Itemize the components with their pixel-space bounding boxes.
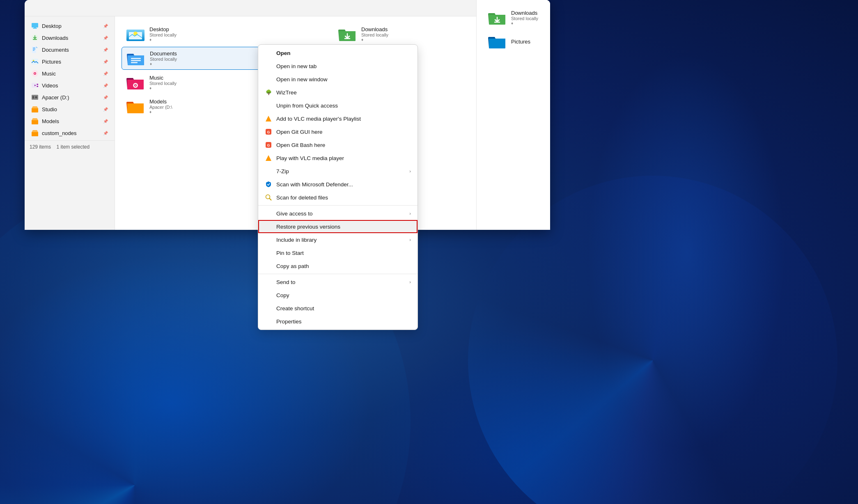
sidebar-pin-custom-nodes: 📌 — [103, 131, 108, 135]
sidebar-item-desktop[interactable]: Desktop 📌 — [26, 20, 113, 32]
folder-pictures-right-name: Pictures — [511, 39, 550, 45]
ctx-copy-label: Copy — [276, 292, 411, 298]
sidebar-item-models[interactable]: Models 📌 — [26, 115, 113, 127]
custom-nodes-icon — [31, 129, 39, 137]
sidebar-pin-models: 📌 — [103, 119, 108, 124]
include-library-icon — [265, 236, 272, 243]
svg-rect-6 — [33, 48, 35, 48]
folder-downloads-right-sub: Stored locally — [511, 16, 550, 21]
ctx-open-new-window-label: Open in new window — [276, 76, 411, 82]
ctx-copy[interactable]: Copy — [258, 289, 418, 302]
svg-rect-17 — [37, 86, 39, 87]
ctx-properties[interactable]: Properties — [258, 315, 418, 328]
sidebar-item-music[interactable]: Music 📌 — [26, 68, 113, 79]
ctx-deleted-files[interactable]: Scan for deleted files — [258, 191, 418, 204]
folder-pictures-right-info: Pictures — [511, 39, 550, 45]
ctx-open-label: Open — [276, 50, 411, 56]
sidebar-label-desktop: Desktop — [42, 23, 100, 29]
copy-icon — [265, 291, 272, 299]
sidebar-pin-studio: 📌 — [103, 107, 108, 112]
videos-icon — [31, 82, 39, 89]
svg-rect-9 — [32, 59, 38, 64]
ctx-wiztree[interactable]: 🌳 WizTree — [258, 86, 418, 99]
svg-rect-29 — [131, 62, 138, 63]
sidebar-item-videos[interactable]: Videos 📌 — [26, 80, 113, 91]
ctx-pin-start-label: Pin to Start — [276, 250, 411, 256]
ctx-restore-versions[interactable]: Restore previous versions — [258, 220, 418, 233]
ctx-open-new-tab-label: Open in new tab — [276, 63, 411, 69]
sidebar-pin-music: 📌 — [103, 71, 108, 76]
ctx-7zip-label: 7-Zip — [276, 168, 405, 174]
window-titlebar: ─ □ ✕ — [25, 0, 550, 16]
folder-downloads-right-icon — [487, 16, 507, 25]
sidebar-item-documents[interactable]: Documents 📌 — [26, 44, 113, 55]
sidebar-pin-pictures: 📌 — [103, 60, 108, 64]
folder-desktop-sub: Stored locally — [149, 32, 328, 37]
send-to-arrow: › — [409, 279, 411, 284]
context-menu: Open Open in new tab Open in new window … — [258, 44, 418, 330]
open-icon — [265, 49, 272, 57]
ctx-include-library[interactable]: Include in library › — [258, 233, 418, 246]
svg-text:G: G — [267, 130, 270, 134]
item-count: 129 items — [30, 144, 51, 150]
ctx-deleted-files-label: Scan for deleted files — [276, 195, 411, 201]
sidebar-item-downloads[interactable]: Downloads 📌 — [26, 32, 113, 44]
ctx-7zip[interactable]: 7-Zip › — [258, 165, 418, 178]
ctx-send-to[interactable]: Send to › — [258, 275, 418, 289]
sidebar-label-studio: Studio — [42, 106, 100, 112]
ctx-pin-start[interactable]: Pin to Start — [258, 246, 418, 259]
sidebar-label-videos: Videos — [42, 82, 100, 89]
ctx-properties-label: Properties — [276, 318, 411, 325]
ctx-give-access[interactable]: Give access to › — [258, 207, 418, 220]
documents-icon — [31, 46, 39, 53]
sidebar-item-apacer[interactable]: Apacer (D:) 📌 — [26, 92, 113, 103]
vlc-playlist-icon — [265, 115, 272, 122]
sidebar-item-pictures[interactable]: Pictures 📌 — [26, 56, 113, 67]
ctx-separator-2 — [258, 274, 418, 274]
folder-documents-icon — [126, 50, 146, 66]
sidebar-item-studio[interactable]: Studio 📌 — [26, 103, 113, 115]
svg-rect-0 — [32, 23, 38, 27]
7zip-arrow: › — [409, 169, 411, 174]
ctx-defender[interactable]: Scan with Microsoft Defender... — [258, 178, 418, 191]
folder-downloads-right[interactable]: Downloads Stored locally ♦ — [483, 16, 550, 29]
sidebar-label-custom-nodes: custom_nodes — [42, 130, 100, 136]
vlc-play-icon — [265, 154, 272, 162]
give-access-arrow: › — [409, 211, 411, 216]
svg-rect-19 — [32, 96, 34, 99]
ctx-create-shortcut[interactable]: Create shortcut — [258, 302, 418, 315]
folder-downloads-right-info: Downloads Stored locally ♦ — [511, 16, 550, 25]
send-to-icon — [265, 278, 272, 286]
ctx-git-gui[interactable]: G Open Git GUI here — [258, 125, 418, 138]
unpin-icon — [265, 102, 272, 109]
ctx-open-new-tab[interactable]: Open in new tab — [258, 60, 418, 73]
ctx-vlc-play[interactable]: Play with VLC media player — [258, 151, 418, 165]
svg-rect-16 — [37, 84, 39, 85]
svg-rect-2 — [33, 28, 37, 29]
ctx-open-new-window[interactable]: Open in new window — [258, 73, 418, 86]
sidebar-pin-apacer: 📌 — [103, 95, 108, 100]
7zip-icon — [265, 167, 272, 175]
svg-point-25 — [133, 32, 138, 36]
restore-versions-icon — [265, 223, 272, 230]
ctx-unpin[interactable]: Unpin from Quick access — [258, 99, 418, 112]
properties-icon — [265, 318, 272, 325]
folder-desktop[interactable]: Desktop Stored locally ♦ — [122, 23, 332, 45]
give-access-icon — [265, 210, 272, 217]
folder-pictures-right-icon — [487, 34, 507, 49]
include-library-arrow: › — [409, 237, 411, 242]
ctx-vlc-playlist[interactable]: Add to VLC media player's Playlist — [258, 112, 418, 125]
folder-pictures-right[interactable]: Pictures — [483, 30, 550, 53]
ctx-git-bash[interactable]: G Open Git Bash here — [258, 138, 418, 151]
deleted-files-icon — [265, 194, 272, 201]
ctx-copy-path[interactable]: Copy as path — [258, 259, 418, 273]
svg-point-21 — [36, 97, 37, 98]
folder-downloads-right-pin: ♦ — [511, 21, 550, 25]
sidebar-item-custom-nodes[interactable]: custom_nodes 📌 — [26, 127, 113, 139]
sidebar-pin-downloads: 📌 — [103, 36, 108, 40]
ctx-copy-path-label: Copy as path — [276, 263, 411, 269]
folder-desktop-icon — [126, 26, 145, 42]
ctx-open[interactable]: Open — [258, 46, 418, 60]
svg-rect-28 — [131, 60, 141, 61]
ctx-defender-label: Scan with Microsoft Defender... — [276, 181, 411, 188]
